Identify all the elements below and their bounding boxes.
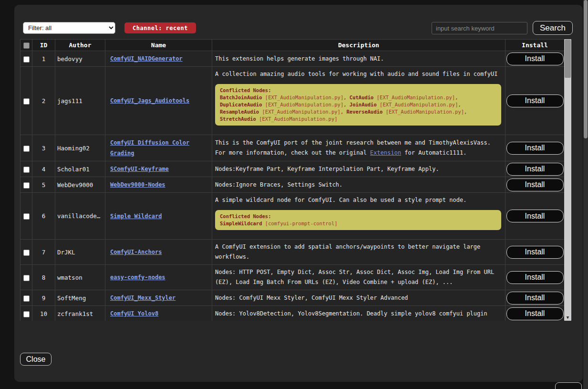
conflict-title: Conflicted Nodes: — [220, 213, 496, 220]
search-input[interactable] — [432, 22, 527, 34]
row-checkbox[interactable] — [23, 146, 30, 152]
scrollbar-down-arrow-icon[interactable]: ▼ — [564, 314, 571, 321]
conflict-box: Conflicted Nodes: SimpleWildcard [comfyu… — [215, 210, 501, 230]
row-description: Nodes: HTTP POST, Empty Dict, Assoc Str,… — [215, 267, 501, 287]
row-checkbox-cell — [21, 240, 32, 265]
row-description-cell: This is the ComfyUI port of the joint re… — [212, 135, 505, 161]
table-row: 4 Scholar01 SComfyUI-Keyframe Nodes:Keyf… — [21, 161, 565, 177]
install-button[interactable]: Install — [506, 271, 564, 284]
row-name-link[interactable]: ComfyUI_NAIDGenerator — [110, 55, 183, 62]
page-scrollbar[interactable] — [583, 0, 588, 389]
table-row: 1 bedovyy ComfyUI_NAIDGenerator This ext… — [21, 51, 565, 67]
row-name-link[interactable]: WebDev9000-Nodes — [110, 181, 165, 188]
install-custom-nodes-dialog: Filter: all Channel: recent Search ID — [14, 5, 583, 382]
row-name-link[interactable]: ComfyUI-Anchors — [110, 249, 162, 255]
row-install-cell: Install — [505, 290, 565, 306]
table-row: 2 jags111 ComfyUI_Jags_Audiotools A coll… — [21, 67, 565, 135]
install-button[interactable]: Install — [506, 163, 564, 176]
row-checkbox[interactable] — [23, 213, 30, 220]
row-description-cell: This extension helps generate images thr… — [212, 51, 505, 67]
header-id: ID — [32, 40, 55, 51]
header-description: Description — [212, 40, 505, 51]
row-install-cell: Install — [505, 177, 565, 193]
row-description: A collection amazing audio tools for wor… — [215, 69, 501, 79]
table-row: 9 SoftMeng ComfyUI_Mexx_Styler Nodes: Co… — [21, 290, 565, 306]
close-button[interactable]: Close — [20, 353, 52, 366]
row-description: This extension helps generate images thr… — [215, 54, 501, 64]
row-install-cell: Install — [505, 265, 565, 290]
row-checkbox[interactable] — [23, 56, 30, 63]
row-checkbox[interactable] — [23, 98, 30, 105]
row-name-cell: Simple Wildcard — [105, 193, 212, 240]
row-checkbox[interactable] — [23, 275, 30, 281]
row-name-link[interactable]: SComfyUI-Keyframe — [110, 166, 169, 172]
row-description-text: This extension helps generate images thr… — [215, 55, 384, 62]
table-row: 10 zcfrank1st ComfyUI Yolov8 Nodes: Yolo… — [21, 306, 565, 321]
row-name-link[interactable]: ComfyUI Yolov8 — [110, 310, 158, 317]
table-scrollbar[interactable]: ▼ — [564, 39, 571, 321]
row-description-cell: Nodes: ComfyUI Mexx Styler, ComfyUI Mexx… — [212, 290, 505, 306]
install-button[interactable]: Install — [506, 142, 564, 155]
install-button[interactable]: Install — [506, 95, 564, 107]
install-button[interactable]: Install — [506, 210, 564, 222]
table-row: 6 vanillacode… Simple Wildcard A simple … — [21, 193, 565, 240]
table-header-row: ID Author Name Description Install — [21, 40, 565, 51]
row-description-text: This is the ComfyUI port of the joint re… — [215, 139, 491, 156]
row-description-cell: A simple wildcard node for ComfyUI. Can … — [212, 193, 505, 240]
row-name-link[interactable]: Simple Wildcard — [110, 213, 162, 220]
channel-badge: Channel: recent — [124, 22, 196, 33]
row-description-text: A collection amazing audio tools for wor… — [215, 71, 497, 77]
header-name: Name — [105, 40, 212, 51]
row-name-link[interactable]: easy-comfy-nodes — [110, 274, 165, 281]
row-description-text: Nodes: ComfyUI Mexx Styler, ComfyUI Mexx… — [215, 294, 408, 301]
install-button[interactable]: Install — [506, 307, 564, 320]
filter-select[interactable]: Filter: all — [23, 22, 115, 34]
row-checkbox-cell — [21, 177, 32, 193]
row-checkbox-cell — [21, 51, 32, 67]
row-author: Haoming02 — [55, 135, 105, 161]
row-name-cell: easy-comfy-nodes — [105, 265, 212, 290]
row-name-cell: WebDev9000-Nodes — [105, 177, 212, 193]
install-button[interactable]: Install — [506, 292, 564, 305]
row-name-link[interactable]: ComfyUI_Jags_Audiotools — [110, 97, 189, 104]
row-description-cell: Nodes:Keyframe Part, Keyframe Interpolat… — [212, 161, 505, 177]
row-description-cell: Nodes: HTTP POST, Empty Dict, Assoc Str,… — [212, 265, 505, 290]
row-id: 1 — [32, 51, 55, 67]
row-name-link[interactable]: ComfyUI Diffusion Color Grading — [110, 139, 189, 157]
conflict-list: BatchJoinAudio [EXT_AudioManipulation.py… — [220, 94, 496, 123]
row-author: WebDev9000 — [55, 177, 105, 193]
conflict-box: Conflicted Nodes: BatchJoinAudio [EXT_Au… — [215, 84, 501, 126]
row-description: Nodes: Yolov8Detection, Yolov8Segmentati… — [215, 309, 501, 319]
table-row: 5 WebDev9000 WebDev9000-Nodes Nodes:Igno… — [21, 177, 565, 193]
row-checkbox[interactable] — [23, 250, 30, 256]
row-description-text: A ComfyUI extension to add spatial ancho… — [215, 243, 480, 260]
row-name-cell: ComfyUI-Anchors — [105, 240, 212, 265]
row-description: Nodes:Ignore Braces, Settings Switch. — [215, 180, 501, 190]
row-description-text: Nodes:Ignore Braces, Settings Switch. — [215, 181, 342, 188]
background-partial-button — [555, 382, 582, 389]
search-button[interactable]: Search — [533, 21, 573, 35]
row-checkbox[interactable] — [23, 295, 30, 302]
row-name-link[interactable]: ComfyUI_Mexx_Styler — [110, 294, 175, 301]
table-scrollbar-thumb[interactable] — [565, 40, 571, 78]
custom-nodes-table: ID Author Name Description Install 1 bed… — [20, 39, 571, 321]
row-checkbox[interactable] — [23, 311, 30, 317]
row-description-text: A simple wildcard node for ComfyUI. Can … — [215, 197, 466, 203]
row-checkbox[interactable] — [23, 182, 30, 189]
row-name-cell: ComfyUI_Jags_Audiotools — [105, 67, 212, 135]
conflict-list: SimpleWildcard [comfyui-prompt-control] — [220, 220, 496, 227]
install-button[interactable]: Install — [506, 246, 564, 259]
row-id: 3 — [32, 135, 55, 161]
install-button[interactable]: Install — [506, 179, 564, 191]
row-name-cell: ComfyUI Yolov8 — [105, 306, 212, 321]
row-author: Scholar01 — [55, 161, 105, 177]
table-row: 7 DrJKL ComfyUI-Anchors A ComfyUI extens… — [21, 240, 565, 265]
description-link[interactable]: Extension — [370, 149, 401, 156]
install-button[interactable]: Install — [506, 53, 564, 65]
row-name-cell: ComfyUI_NAIDGenerator — [105, 51, 212, 67]
row-checkbox-cell — [21, 135, 32, 161]
row-description-text: Nodes:Keyframe Part, Keyframe Interpolat… — [215, 166, 439, 172]
select-all-checkbox[interactable] — [23, 42, 30, 49]
row-checkbox[interactable] — [23, 167, 30, 173]
page-scrollbar-thumb[interactable] — [584, 0, 588, 138]
